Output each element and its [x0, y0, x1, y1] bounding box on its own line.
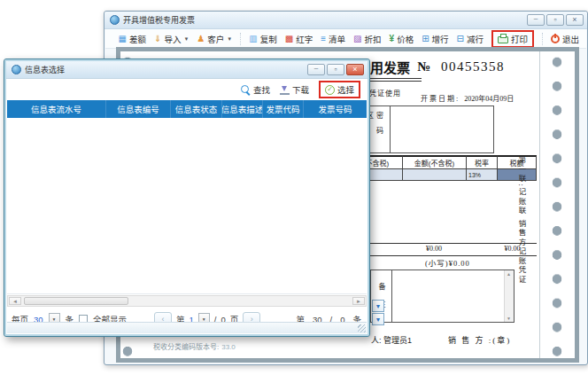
copy-icon: ▥ [249, 35, 257, 43]
close-button[interactable] [566, 14, 584, 26]
remarks-scrollbar[interactable] [504, 270, 514, 322]
tax-code-version: 税收分类编码版本号:33.0 [153, 341, 236, 351]
search-icon [241, 85, 251, 95]
amount-cell[interactable] [402, 169, 466, 181]
paper-right-edge [539, 51, 540, 358]
invoice-toolbar: ▦ 差额 ⇓ 导入 ▼ ♟ 客户 ▼ ▥ 复制 ▩ 红字 [105, 29, 586, 49]
copy-button[interactable]: ▥ 复制 [249, 33, 276, 45]
table-body-empty [7, 118, 367, 294]
total-in-figures: (小写)¥0.00 [425, 257, 470, 268]
column-header-number[interactable]: 信息表编号 [106, 100, 171, 118]
selector-titlebar[interactable]: 信息表选择 [6, 61, 368, 79]
list-button[interactable]: ≡ 清单 [321, 33, 345, 45]
invoice-window-title: 开具增值税专用发票 [123, 14, 527, 26]
import-icon: ⇓ [154, 35, 161, 43]
column-header-desc[interactable]: 信息表描述 [222, 100, 263, 118]
sprocket-holes-right [552, 51, 562, 359]
column-header-invoice-number[interactable]: 发票号码 [304, 100, 367, 118]
diff-icon: ▦ [119, 35, 127, 43]
col-amount: 金额(不含税) [402, 155, 466, 169]
seller-label: 销 售 方 :(章) [448, 334, 511, 346]
red-letter-button[interactable]: ▩ 红字 [285, 33, 313, 45]
download-button[interactable]: 下载 [280, 83, 309, 96]
tax-rate-cell[interactable]: 13% [466, 169, 497, 181]
remarks-box: 备注 [370, 270, 514, 323]
select-button[interactable]: 选择 [325, 83, 354, 96]
selector-toolbar: 查找 下载 选择 [7, 79, 367, 100]
title-double-underline [367, 78, 422, 82]
exit-button[interactable]: 退出 [551, 33, 579, 45]
chevron-down-icon: ▼ [227, 36, 232, 42]
customer-icon: ♟ [197, 35, 205, 43]
app-icon [12, 65, 21, 74]
column-header-serial[interactable]: 信息表流水号 [7, 100, 106, 118]
toolbar-separator [240, 33, 241, 45]
column-header-status[interactable]: 信息表状态 [171, 100, 222, 118]
select-highlight-box: 选择 [319, 81, 360, 98]
table-header-row: 信息表流水号 信息表编号 信息表状态 信息表描述 发票代码 发票号码 [7, 100, 367, 118]
horizontal-scrollbar[interactable]: ◄ ► [7, 295, 367, 307]
selector-title: 信息表选择 [25, 64, 307, 75]
import-button[interactable]: ⇓ 导入 ▼ [154, 33, 189, 45]
find-button[interactable]: 查找 [241, 83, 270, 96]
discount-button[interactable]: ▨ 折扣 [353, 33, 381, 45]
remarks-dropdown-button-1[interactable] [372, 300, 384, 312]
invoice-date: 开票日期: 2020年04月09日 [421, 93, 514, 103]
chevron-down-icon: ▼ [183, 36, 189, 42]
issuer-fragment: 人: 管理员1 [371, 334, 412, 346]
info-table-selector-window: 信息表选择 查找 下载 选择 信 [4, 59, 370, 337]
toolbar-separator [542, 33, 543, 45]
price-button[interactable]: ¥ 价格 [390, 33, 414, 45]
power-icon [551, 35, 560, 43]
maximize-button[interactable] [546, 14, 564, 26]
red-letter-icon: ▩ [285, 35, 293, 43]
scroll-left-button[interactable]: ◄ [9, 297, 21, 305]
scrollbar-thumb[interactable] [24, 297, 128, 305]
list-icon: ≡ [321, 35, 326, 43]
printer-icon [498, 36, 508, 43]
discount-icon: ▨ [353, 35, 361, 43]
add-row-button[interactable]: ⊞ 增行 [422, 33, 448, 45]
invoice-window-titlebar[interactable]: 开具增值税专用发票 [104, 12, 587, 29]
print-button[interactable]: 打印 [498, 33, 528, 45]
print-highlight-box: 打印 [491, 30, 534, 48]
col-tax-rate: 税率 [466, 155, 497, 169]
invoice-number: № 00455358 [417, 59, 505, 74]
invoice-copy-note: 第一联:记账联 销售方记账凭证 [516, 156, 527, 294]
minimize-button[interactable] [527, 14, 545, 26]
status-bar [7, 322, 367, 333]
del-row-icon: ⊟ [457, 35, 464, 43]
invoice-subtitle-fragment: 凭证使用 [369, 88, 401, 98]
minimize-button[interactable] [307, 64, 325, 75]
column-header-invoice-code[interactable]: 发票代码 [263, 100, 304, 118]
tax-total: ¥0.00 [488, 245, 537, 253]
scroll-right-button[interactable]: ► [352, 297, 365, 305]
check-circle-icon [325, 85, 335, 95]
numero-symbol: № [417, 59, 430, 74]
download-icon [280, 85, 290, 95]
del-row-button[interactable]: ⊟ 减行 [457, 33, 484, 45]
maximize-button[interactable] [327, 64, 344, 75]
screen: 开具增值税专用发票 ▦ 差额 ⇓ 导入 ▼ ♟ 客户 ▼ [0, 0, 588, 375]
customer-button[interactable]: ♟ 客户 ▼ [197, 33, 232, 45]
diff-button[interactable]: ▦ 差额 [119, 33, 146, 45]
password-area-box: 密码区 [358, 105, 494, 153]
invoice-title-fragment: 用发票 [370, 58, 410, 76]
remarks-dropdown-button-2[interactable] [372, 313, 384, 325]
app-icon [110, 15, 120, 25]
price-icon: ¥ [390, 35, 395, 43]
resize-grip[interactable] [358, 324, 366, 332]
amount-total: ¥0.00 [402, 245, 466, 253]
close-button[interactable] [346, 64, 364, 75]
add-row-icon: ⊞ [422, 35, 429, 43]
